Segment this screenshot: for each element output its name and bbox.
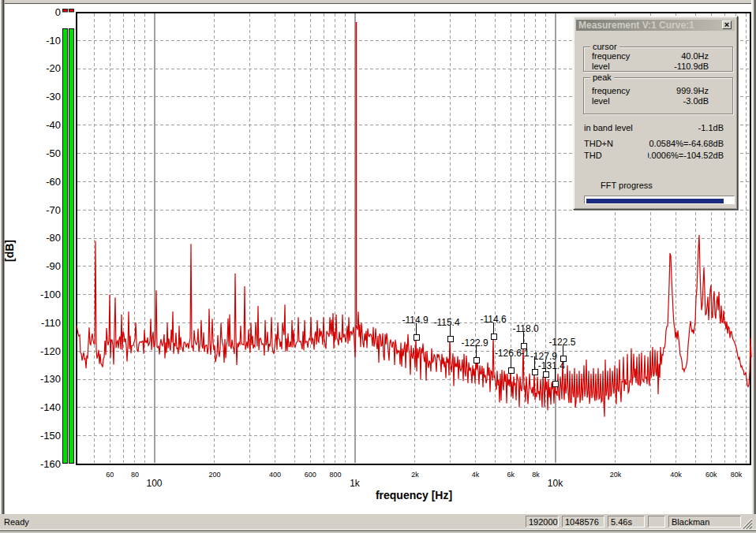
svg-text:-122.9: -122.9 bbox=[462, 337, 488, 348]
svg-text:60k: 60k bbox=[705, 471, 717, 479]
svg-text:60: 60 bbox=[106, 471, 114, 479]
svg-text:800: 800 bbox=[329, 471, 341, 479]
svg-text:-130: -130 bbox=[40, 373, 61, 385]
svg-text:-40: -40 bbox=[46, 119, 61, 131]
svg-text:-90: -90 bbox=[46, 260, 61, 272]
svg-text:-20: -20 bbox=[46, 62, 61, 74]
svg-text:-114.9: -114.9 bbox=[402, 315, 428, 326]
svg-text:[dB]: [dB] bbox=[3, 240, 16, 262]
svg-text:200: 200 bbox=[208, 471, 220, 479]
svg-text:-140: -140 bbox=[40, 401, 61, 413]
svg-text:8k: 8k bbox=[532, 471, 540, 479]
svg-text:-122.5: -122.5 bbox=[548, 337, 575, 348]
svg-text:frequency [Hz]: frequency [Hz] bbox=[376, 489, 452, 501]
svg-text:1k: 1k bbox=[350, 478, 361, 489]
svg-text:-120: -120 bbox=[40, 345, 61, 357]
svg-text:-10: -10 bbox=[46, 35, 61, 47]
svg-text:-126.6: -126.6 bbox=[495, 348, 522, 359]
svg-text:0: 0 bbox=[55, 6, 61, 18]
svg-text:80k: 80k bbox=[731, 471, 743, 479]
svg-text:10k: 10k bbox=[548, 478, 563, 489]
svg-text:-115.4: -115.4 bbox=[433, 317, 459, 328]
svg-text:-70: -70 bbox=[46, 204, 61, 216]
svg-text:-110: -110 bbox=[41, 317, 61, 329]
svg-text:-1: -1 bbox=[521, 348, 530, 359]
svg-text:20k: 20k bbox=[610, 471, 622, 479]
svg-text:400: 400 bbox=[269, 471, 281, 479]
svg-text:-50: -50 bbox=[46, 147, 61, 159]
svg-text:80: 80 bbox=[131, 471, 139, 479]
svg-text:-30: -30 bbox=[46, 91, 61, 102]
svg-text:100: 100 bbox=[146, 478, 162, 489]
svg-text:-114.6: -114.6 bbox=[480, 314, 506, 325]
svg-text:-118.0: -118.0 bbox=[513, 323, 539, 334]
svg-text:-131.4: -131.4 bbox=[538, 360, 565, 371]
svg-text:600: 600 bbox=[305, 471, 316, 479]
svg-text:40k: 40k bbox=[670, 471, 682, 479]
svg-text:-80: -80 bbox=[46, 232, 61, 244]
svg-text:4k: 4k bbox=[472, 471, 480, 479]
svg-text:6k: 6k bbox=[507, 471, 515, 479]
svg-text:-60: -60 bbox=[46, 176, 61, 188]
svg-text:-150: -150 bbox=[40, 430, 61, 442]
svg-text:2k: 2k bbox=[411, 471, 419, 479]
svg-text:-160: -160 bbox=[40, 458, 61, 470]
svg-text:-100: -100 bbox=[40, 289, 61, 300]
